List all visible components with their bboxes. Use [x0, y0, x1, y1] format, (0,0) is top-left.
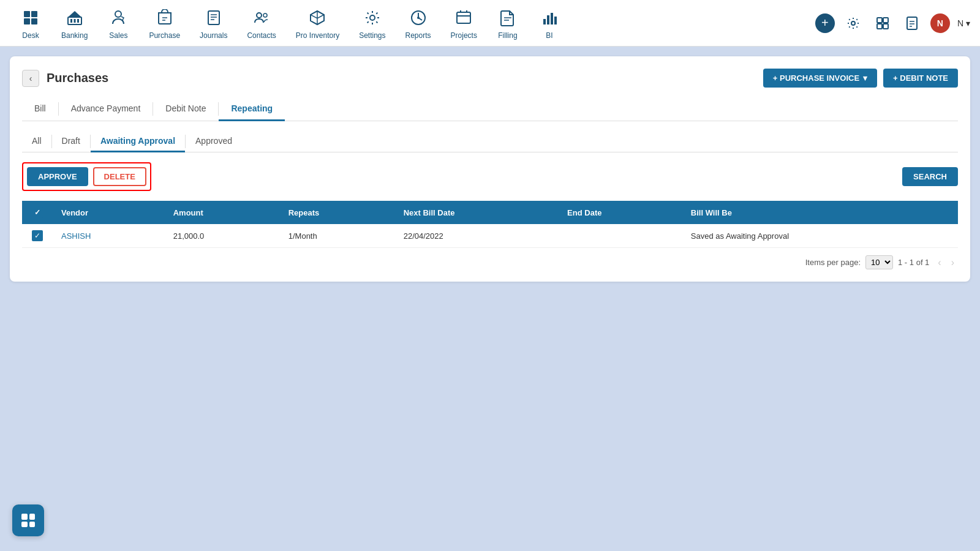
grid-cell-1: [21, 514, 28, 520]
nav-item-projects[interactable]: Projects: [441, 2, 487, 45]
table-header-row: ✓ Vendor Amount Repeats Next Bill Date E…: [22, 201, 958, 224]
nav-label-reports: Reports: [405, 31, 431, 40]
nav-item-pro-inventory[interactable]: Pro Inventory: [286, 2, 349, 45]
bi-icon: [538, 7, 560, 29]
nav-item-filling[interactable]: Filling: [487, 2, 529, 45]
pagination-range: 1 - 1 of 1: [898, 258, 929, 267]
svg-rect-6: [74, 19, 75, 23]
nav-label-projects: Projects: [451, 31, 477, 40]
tab-debit-note[interactable]: Debit Note: [153, 97, 218, 121]
add-button[interactable]: +: [815, 13, 835, 33]
settings-icon: [361, 7, 383, 29]
next-page-button[interactable]: ›: [948, 256, 958, 269]
column-checkbox: ✓: [22, 201, 53, 224]
data-table: ✓ Vendor Amount Repeats Next Bill Date E…: [22, 201, 958, 248]
svg-rect-25: [547, 15, 549, 24]
sub-tab-awaiting-approval[interactable]: Awaiting Approval: [91, 131, 185, 152]
sub-tab-approved[interactable]: Approved: [186, 131, 242, 152]
user-dropdown[interactable]: N ▾: [957, 18, 970, 28]
document-nav-button[interactable]: [901, 12, 923, 34]
row-checkbox-cell[interactable]: ✓: [22, 224, 53, 248]
dropdown-arrow-icon: ▾: [863, 73, 867, 83]
grid-widget-icon: [21, 514, 35, 527]
nav-item-bi[interactable]: BI: [529, 2, 570, 45]
settings-nav-button[interactable]: [842, 12, 864, 34]
purchase-icon: [154, 7, 176, 29]
action-bar-left: APPROVE DELETE: [22, 162, 151, 191]
row-next-bill-date: 22/04/2022: [395, 224, 559, 248]
svg-rect-5: [70, 19, 72, 23]
main-content: ‹ Purchases + PURCHASE INVOICE ▾ + DEBIT…: [0, 47, 980, 551]
nav-item-contacts[interactable]: Contacts: [237, 2, 285, 45]
nav-item-journals[interactable]: Journals: [190, 2, 237, 45]
nav-item-desk[interactable]: Desk: [10, 2, 51, 45]
nav-label-contacts: Contacts: [247, 31, 276, 40]
contacts-icon: [251, 7, 273, 29]
sub-tab-all[interactable]: All: [22, 131, 51, 152]
nav-label-settings: Settings: [359, 31, 385, 40]
column-vendor: Vendor: [53, 201, 165, 224]
back-button[interactable]: ‹: [22, 70, 39, 87]
row-checkbox[interactable]: ✓: [32, 230, 43, 241]
svg-rect-0: [24, 11, 30, 17]
nav-item-sales[interactable]: Sales: [97, 2, 139, 45]
search-button[interactable]: SEARCH: [902, 167, 958, 186]
delete-button[interactable]: DELETE: [93, 167, 146, 186]
grid-cell-4: [29, 522, 36, 528]
column-amount: Amount: [165, 201, 280, 224]
top-navigation: Desk Banking Sales Purchase Journals: [0, 0, 980, 47]
page-header: ‹ Purchases + PURCHASE INVOICE ▾ + DEBIT…: [22, 69, 958, 88]
svg-point-15: [370, 15, 375, 20]
nav-label-purchase: Purchase: [149, 31, 180, 40]
desk-icon: [20, 7, 42, 29]
tab-bill[interactable]: Bill: [22, 97, 58, 121]
grid-cell-2: [29, 514, 36, 520]
prev-page-button[interactable]: ‹: [934, 256, 944, 269]
purchase-invoice-button[interactable]: + PURCHASE INVOICE ▾: [763, 69, 877, 88]
page-header-right: + PURCHASE INVOICE ▾ + DEBIT NOTE: [763, 69, 958, 88]
grid-cell-3: [21, 522, 28, 528]
approve-button[interactable]: APPROVE: [27, 167, 88, 186]
page-header-left: ‹ Purchases: [22, 70, 108, 87]
svg-rect-3: [31, 18, 37, 24]
tab-repeating[interactable]: Repeating: [219, 97, 285, 121]
vendor-link[interactable]: ASHISH: [61, 231, 91, 241]
select-all-checkbox[interactable]: ✓: [32, 207, 43, 218]
debit-note-button[interactable]: + DEBIT NOTE: [883, 69, 958, 88]
filling-icon: [497, 7, 519, 29]
sub-tab-draft[interactable]: Draft: [52, 131, 90, 152]
user-avatar[interactable]: N: [930, 13, 950, 33]
nav-item-reports[interactable]: Reports: [396, 2, 441, 45]
svg-rect-30: [883, 18, 888, 23]
tab-advance-payment[interactable]: Advance Payment: [59, 97, 153, 121]
svg-rect-7: [77, 19, 79, 23]
page-title: Purchases: [47, 71, 108, 85]
pro-inventory-icon: [306, 7, 328, 29]
column-next-bill-date: Next Bill Date: [395, 201, 559, 224]
items-per-page-select[interactable]: 10 25 50: [865, 255, 893, 269]
nav-item-banking[interactable]: Banking: [51, 2, 97, 45]
svg-point-8: [115, 11, 121, 17]
row-bill-will-be: Saved as Awaiting Approval: [682, 224, 958, 248]
check-mark-icon: ✓: [34, 208, 40, 217]
svg-rect-1: [31, 11, 37, 17]
svg-rect-32: [883, 24, 888, 29]
pagination: Items per page: 10 25 50 1 - 1 of 1 ‹ ›: [22, 255, 958, 269]
purchases-card: ‹ Purchases + PURCHASE INVOICE ▾ + DEBIT…: [10, 56, 970, 282]
nav-label-filling: Filling: [498, 31, 517, 40]
svg-point-17: [417, 17, 420, 19]
grid-nav-button[interactable]: [872, 12, 894, 34]
nav-item-purchase[interactable]: Purchase: [139, 2, 190, 45]
svg-rect-33: [907, 17, 917, 29]
banking-icon: [64, 7, 86, 29]
bottom-widget[interactable]: [12, 504, 44, 536]
svg-rect-9: [208, 11, 219, 24]
nav-label-sales: Sales: [109, 31, 127, 40]
svg-rect-26: [551, 13, 553, 24]
svg-rect-29: [877, 18, 882, 23]
table-row: ✓ ASHISH 21,000.0 1/Month 22/04/2022 Sav…: [22, 224, 958, 248]
nav-right: + N N ▾: [815, 12, 970, 34]
nav-item-settings[interactable]: Settings: [349, 2, 395, 45]
reports-icon: [407, 7, 429, 29]
svg-rect-31: [877, 24, 882, 29]
